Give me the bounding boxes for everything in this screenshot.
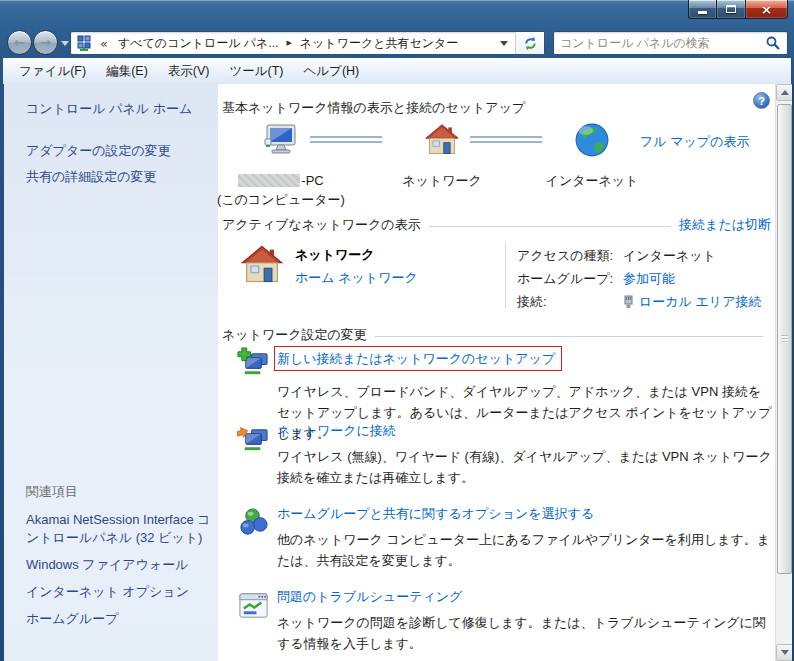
computer-name-suffix: -PC bbox=[301, 173, 323, 188]
menu-help[interactable]: ヘルプ(H) bbox=[294, 60, 370, 83]
computer-sublabel: (このコンピューター) bbox=[217, 192, 345, 207]
active-network-details: アクセスの種類: インターネット ホームグループ: 参加可能 接続: bbox=[517, 244, 761, 313]
sidebar-item-change-adapter-settings[interactable]: アダプターの設定の変更 bbox=[26, 142, 218, 160]
sidebar-related-section: 関連項目 Akamai NetSession Interface コントロールパ… bbox=[26, 483, 212, 637]
task-text: ホームグループと共有に関するオプションを選択する 他のネットワーク コンピュータ… bbox=[277, 505, 767, 571]
search-input[interactable] bbox=[554, 36, 766, 50]
menu-view[interactable]: 表示(V) bbox=[158, 60, 220, 83]
sidebar-item-internet-options[interactable]: インターネット オプション bbox=[26, 583, 212, 601]
active-networks-header: アクティブなネットワークの表示 接続または切断 bbox=[222, 216, 771, 234]
homegroup-options-link[interactable]: ホームグループと共有に関するオプションを選択する bbox=[277, 505, 594, 522]
detail-label: アクセスの種類: bbox=[517, 244, 623, 267]
minimize-icon bbox=[698, 11, 707, 14]
breadcrumb-overflow-chevron[interactable]: « bbox=[96, 36, 112, 51]
sidebar-item-homegroup[interactable]: ホームグループ bbox=[26, 610, 212, 628]
task-description: ネットワークの問題を診断して修復します。または、トラブルシューティングに関する情… bbox=[277, 612, 774, 654]
detail-row-connection: 接続: ローカル エリア接続 bbox=[517, 290, 761, 313]
network-sharing-center-icon bbox=[76, 35, 92, 51]
active-network-name: ネットワーク bbox=[295, 246, 375, 264]
task-text: 問題のトラブルシューティング ネットワークの問題を診断して修復します。または、ト… bbox=[277, 588, 767, 654]
detail-label: 接続: bbox=[517, 290, 623, 313]
globe-icon bbox=[574, 122, 610, 158]
frame-highlight bbox=[0, 0, 794, 1]
task-description: ワイヤレス (無線)、ワイヤード (有線)、ダイヤルアップ、または VPN ネッ… bbox=[277, 446, 774, 488]
minimize-button[interactable] bbox=[688, 0, 717, 19]
detail-row-homegroup: ホームグループ: 参加可能 bbox=[517, 267, 761, 290]
forward-button[interactable]: → bbox=[33, 30, 58, 55]
refresh-icon bbox=[523, 36, 538, 51]
detail-label: ホームグループ: bbox=[517, 267, 623, 290]
sidebar-tasks: アダプターの設定の変更 共有の詳細設定の変更 bbox=[26, 142, 218, 186]
menu-bar: ファイル(F) 編集(E) 表示(V) ツール(T) ヘルプ(H) bbox=[3, 58, 791, 84]
new-connection-icon bbox=[237, 347, 270, 380]
main-content: ? 基本ネットワーク情報の表示と接続のセットアップ -PC (このコンピューター… bbox=[218, 84, 775, 661]
local-area-connection-link[interactable]: ローカル エリア接続 bbox=[639, 290, 761, 313]
detail-value-access-type: インターネット bbox=[623, 244, 716, 267]
section-rule bbox=[429, 226, 671, 227]
connect-disconnect-link[interactable]: 接続または切断 bbox=[679, 216, 771, 234]
menu-edit[interactable]: 編集(E) bbox=[96, 60, 158, 83]
sidebar-item-windows-firewall[interactable]: Windows ファイアウォール bbox=[26, 556, 212, 574]
full-map-link[interactable]: フル マップの表示 bbox=[640, 133, 749, 151]
homegroup-available-link[interactable]: 参加可能 bbox=[623, 267, 675, 290]
task-text: ネットワークに接続 ワイヤレス (無線)、ワイヤード (有線)、ダイヤルアップ、… bbox=[277, 422, 767, 488]
sidebar-item-control-panel-home[interactable]: コントロール パネル ホーム bbox=[26, 100, 218, 118]
address-dropdown-icon[interactable] bbox=[500, 41, 508, 46]
menu-file[interactable]: ファイル(F) bbox=[9, 60, 96, 83]
address-bar[interactable]: « すべてのコントロール パネ... ▶ ネットワークと共有センター bbox=[70, 31, 545, 55]
internet-label: インターネット bbox=[522, 171, 662, 190]
scrollbar-thumb[interactable] bbox=[777, 104, 792, 574]
highlight-annotation: 新しい接続またはネットワークのセットアップ bbox=[274, 346, 562, 371]
computer-icon bbox=[263, 122, 299, 158]
network-sharing-center-window: × ← → « すべてのコントロール パネ... ▶ ネットワークと共有センター bbox=[0, 0, 794, 661]
vertical-scrollbar[interactable] bbox=[775, 84, 792, 661]
scroll-up-button[interactable] bbox=[776, 84, 793, 101]
ethernet-icon bbox=[623, 295, 634, 309]
scrollbar-grip bbox=[781, 335, 788, 343]
window-controls: × bbox=[688, 0, 788, 19]
page-title: 基本ネットワーク情報の表示と接続のセットアップ bbox=[222, 99, 525, 117]
divider bbox=[505, 242, 506, 308]
sidebar-item-change-advanced-sharing[interactable]: 共有の詳細設定の変更 bbox=[26, 168, 218, 186]
related-items-header: 関連項目 bbox=[26, 483, 212, 501]
breadcrumb-separator-icon: ▶ bbox=[284, 39, 293, 47]
setup-new-connection-link[interactable]: 新しい接続またはネットワークのセットアップ bbox=[277, 351, 555, 366]
search-box bbox=[553, 31, 788, 55]
help-icon: ? bbox=[758, 95, 765, 107]
sidebar: コントロール パネル ホーム アダプターの設定の変更 共有の詳細設定の変更 関連… bbox=[4, 84, 218, 661]
recent-pages-dropdown[interactable] bbox=[61, 41, 69, 46]
forward-icon: → bbox=[40, 35, 51, 50]
breadcrumb-current-page[interactable]: ネットワークと共有センター bbox=[294, 35, 465, 52]
change-settings-header: ネットワーク設定の変更 bbox=[222, 326, 771, 344]
network-label: ネットワーク bbox=[372, 171, 512, 190]
map-node-network[interactable]: ネットワーク bbox=[372, 122, 512, 190]
active-networks-title: アクティブなネットワークの表示 bbox=[222, 216, 421, 234]
menu-tools[interactable]: ツール(T) bbox=[219, 60, 293, 83]
detail-row-access-type: アクセスの種類: インターネット bbox=[517, 244, 761, 267]
connect-network-icon bbox=[237, 423, 270, 456]
back-button[interactable]: ← bbox=[7, 30, 32, 55]
house-icon bbox=[424, 122, 460, 158]
help-button[interactable]: ? bbox=[753, 92, 770, 109]
homegroup-icon bbox=[237, 506, 270, 539]
connect-to-network-link[interactable]: ネットワークに接続 bbox=[277, 422, 396, 439]
task-troubleshoot: 問題のトラブルシューティング ネットワークの問題を診断して修復します。または、ト… bbox=[237, 588, 767, 654]
scroll-down-button[interactable] bbox=[776, 644, 793, 661]
house-icon bbox=[240, 244, 284, 286]
computer-label: -PC (このコンピューター) bbox=[211, 171, 351, 209]
sidebar-item-akamai-netsession[interactable]: Akamai NetSession Interface コントロールパネル (3… bbox=[26, 511, 212, 547]
search-icon[interactable] bbox=[766, 36, 780, 50]
home-network-link[interactable]: ホーム ネットワーク bbox=[295, 269, 418, 287]
maximize-icon bbox=[726, 5, 736, 13]
refresh-button[interactable] bbox=[516, 32, 544, 54]
breadcrumb-all-control-panel[interactable]: すべてのコントロール パネ... bbox=[112, 35, 284, 52]
troubleshoot-icon bbox=[237, 589, 270, 622]
computer-name-redacted bbox=[238, 174, 300, 187]
close-button[interactable]: × bbox=[746, 0, 788, 19]
troubleshoot-link[interactable]: 問題のトラブルシューティング bbox=[277, 588, 462, 605]
back-icon: ← bbox=[14, 35, 25, 50]
maximize-button[interactable] bbox=[717, 0, 746, 19]
active-network-box: ネットワーク ホーム ネットワーク アクセスの種類: インターネット ホームグル… bbox=[222, 242, 771, 314]
task-homegroup-options: ホームグループと共有に関するオプションを選択する 他のネットワーク コンピュータ… bbox=[237, 505, 767, 571]
task-description: 他のネットワーク コンピューター上にあるファイルやプリンターを利用します。または… bbox=[277, 529, 774, 571]
